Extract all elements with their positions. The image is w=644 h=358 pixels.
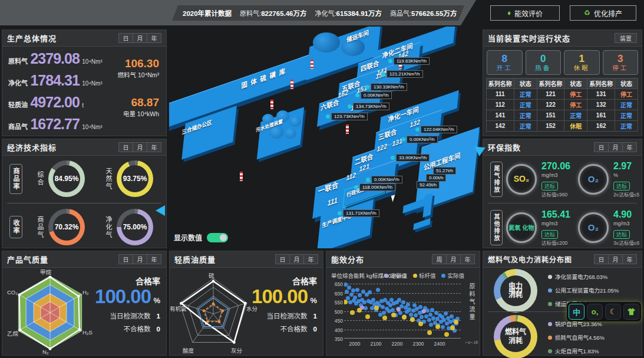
- series-cell: 162: [587, 120, 615, 132]
- symbol-mode-button[interactable]: o,: [587, 304, 603, 320]
- tab-year[interactable]: 年: [147, 254, 161, 264]
- flow-dot: [355, 93, 359, 97]
- device-filter-button[interactable]: 装置: [615, 33, 637, 43]
- gauge-natural-gas: 天然气 93.75%: [94, 160, 163, 197]
- scatter-point: [355, 288, 359, 292]
- tab-year[interactable]: 年: [147, 33, 161, 43]
- flow-dot: [348, 104, 352, 109]
- chimney: [290, 80, 293, 89]
- x-tick-label: 2200: [392, 341, 403, 347]
- toggle-knob: [220, 234, 227, 241]
- metric-commodity-gas: 商品气 1672.77 10⁴Nm³: [8, 116, 103, 133]
- tab-month[interactable]: 月: [608, 142, 623, 152]
- ime-chinese-button[interactable]: 中: [569, 304, 584, 320]
- storage-tank: [313, 32, 340, 52]
- tab-day[interactable]: 日: [118, 33, 133, 43]
- scatter-point: [374, 306, 379, 310]
- tab-year[interactable]: 年: [147, 142, 161, 152]
- plant-3d-map[interactable]: 固体硫磺库 储运车间 净化二车间 四联合 142 141 五联合 152 151…: [169, 27, 480, 248]
- status-cell: 正常: [615, 120, 638, 132]
- tab-month[interactable]: 月: [608, 254, 623, 264]
- series-cell: 151: [537, 110, 565, 121]
- scatter-point: [418, 321, 423, 326]
- optimize-scheduling-button[interactable]: ♻优化排产: [570, 5, 636, 21]
- flow-value: 52.45t/h: [417, 181, 440, 189]
- legend-dot: [441, 274, 445, 278]
- y-axis-labels: 350400450500550600650: [329, 282, 343, 339]
- group-label: 尾气排放: [490, 162, 503, 197]
- stat-raw-gas: 原料气:822765.46万方: [240, 8, 306, 18]
- tile-running: 8开工: [487, 50, 523, 75]
- status-cell: 停工: [564, 88, 587, 100]
- tab-week[interactable]: 周: [432, 254, 447, 264]
- scatter-point: [454, 320, 458, 324]
- gas-quality-radar: [4, 269, 97, 356]
- energy-distribution-panel: 能效分布 周 月 年 单位综合能耗 kg标煤/104Nm3 定额值 标杆值 实际…: [326, 251, 480, 356]
- scatter-point: [381, 305, 385, 309]
- show-values-toggle[interactable]: [207, 233, 228, 242]
- tab-year[interactable]: 年: [303, 254, 318, 264]
- gauge-composite: 综合 84.95%: [26, 160, 94, 197]
- tab-day[interactable]: 日: [118, 142, 133, 152]
- building-misc: [413, 218, 431, 231]
- period-tabs: 日 月 年: [595, 254, 637, 264]
- tab-day[interactable]: 日: [275, 254, 290, 264]
- status-cell: 正常: [514, 120, 537, 132]
- tab-day[interactable]: 日: [118, 254, 133, 264]
- tab-month[interactable]: 月: [133, 254, 147, 264]
- tab-month[interactable]: 月: [446, 254, 461, 264]
- tab-year[interactable]: 年: [622, 142, 637, 152]
- scatter-point: [450, 314, 454, 318]
- tab-year[interactable]: 年: [622, 254, 637, 264]
- scatter-point: [362, 300, 366, 304]
- energy-evaluation-button[interactable]: ♦能效评价: [490, 5, 560, 21]
- status-cell: 正常: [615, 110, 638, 121]
- metric-raw-gas: 原料气 2379.08 10⁴Nm³: [8, 50, 103, 67]
- tab-day[interactable]: 日: [594, 254, 609, 264]
- y-tick-label: 650: [335, 281, 343, 287]
- scatter-point: [365, 314, 370, 319]
- tab-month[interactable]: 月: [289, 254, 304, 264]
- tab-month[interactable]: 月: [133, 142, 147, 152]
- flow-value: 123.73KNm³/h: [331, 113, 368, 120]
- series-cell: 122: [537, 99, 565, 110]
- dark-mode-button[interactable]: ☾: [605, 304, 621, 320]
- tab-day[interactable]: 日: [594, 142, 609, 152]
- panel-title: 能效分布: [331, 254, 364, 265]
- scatter-point: [428, 313, 432, 317]
- summary-label: 2020年累计数据: [183, 8, 232, 18]
- o2-icon: O₂: [578, 212, 609, 243]
- chart-toolbox-icons[interactable]: ⌐o¬ zE: [465, 340, 478, 345]
- tab-year[interactable]: 年: [460, 254, 475, 264]
- group-label: 商品率: [9, 164, 22, 194]
- map-arrow-decoration: [156, 205, 165, 216]
- period-tabs: 日 月 年: [119, 33, 161, 43]
- scatter-plot[interactable]: [344, 282, 461, 339]
- theme-skin-button[interactable]: [623, 304, 639, 320]
- economic-indicators-panel: 经济技术指标 日 月 年 商品率 综合 84.95% 天然气 93.75%: [2, 139, 167, 248]
- metric-purified-gas: 净化气 1784.31 10⁴Nm³: [8, 72, 103, 89]
- scatter-point: [410, 317, 415, 322]
- radar-axis-label: 有机氯: [170, 304, 187, 313]
- legend-dot: [413, 274, 417, 278]
- y-tick-label: 400: [335, 327, 343, 333]
- scatter-point: [402, 315, 407, 320]
- series-cell: 142: [486, 120, 514, 132]
- period-tabs: 周 月 年: [432, 254, 475, 264]
- series-cell: 141: [486, 110, 514, 121]
- dashboard-root: 2020年累计数据 原料气:822765.46万方 净化气:615384.91万…: [0, 0, 644, 358]
- divider: [488, 203, 637, 203]
- tile-stopped: 3停工: [603, 50, 639, 75]
- x-tick-label: 2000: [349, 341, 361, 347]
- tab-month[interactable]: 月: [133, 33, 147, 43]
- flow-dot: [338, 211, 342, 215]
- radar-axis-label: 酸度: [183, 346, 194, 354]
- scatter-point: [368, 290, 372, 294]
- period-tabs: 日 月 年: [119, 254, 161, 264]
- scatter-point: [347, 285, 351, 290]
- scatter-point: [376, 288, 380, 292]
- y-tick-label: 350: [335, 336, 343, 342]
- panel-title: 经济技术指标: [7, 142, 57, 153]
- flow-dot: [326, 114, 330, 119]
- right-axis-label: 原料气流量: [467, 283, 476, 321]
